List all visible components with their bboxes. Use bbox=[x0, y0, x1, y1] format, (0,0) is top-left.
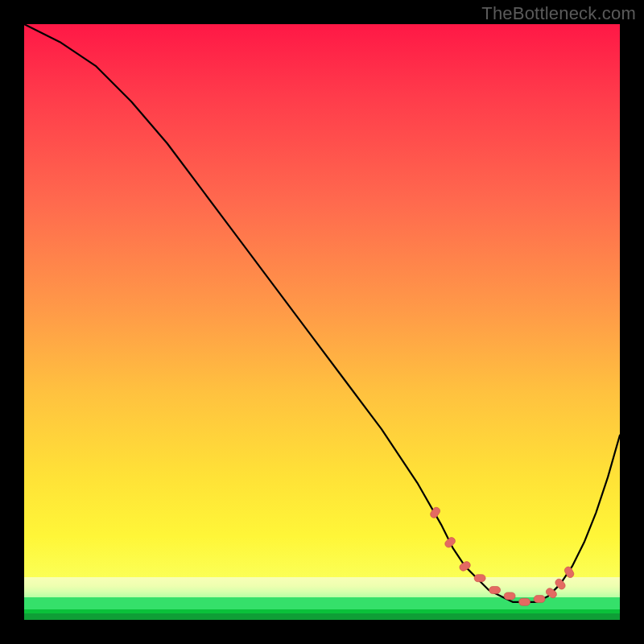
bead-marker bbox=[444, 536, 456, 549]
overlay-svg bbox=[24, 24, 620, 620]
chart-stage: TheBottleneck.com bbox=[0, 0, 644, 644]
attribution-text: TheBottleneck.com bbox=[481, 3, 636, 24]
bead-group bbox=[429, 506, 576, 605]
bead-marker bbox=[489, 587, 501, 594]
plot-area bbox=[24, 24, 620, 620]
bead-marker bbox=[519, 598, 530, 605]
bead-marker bbox=[474, 575, 485, 582]
bead-marker bbox=[504, 592, 515, 600]
bottleneck-curve bbox=[24, 24, 620, 602]
bead-marker bbox=[534, 596, 545, 603]
